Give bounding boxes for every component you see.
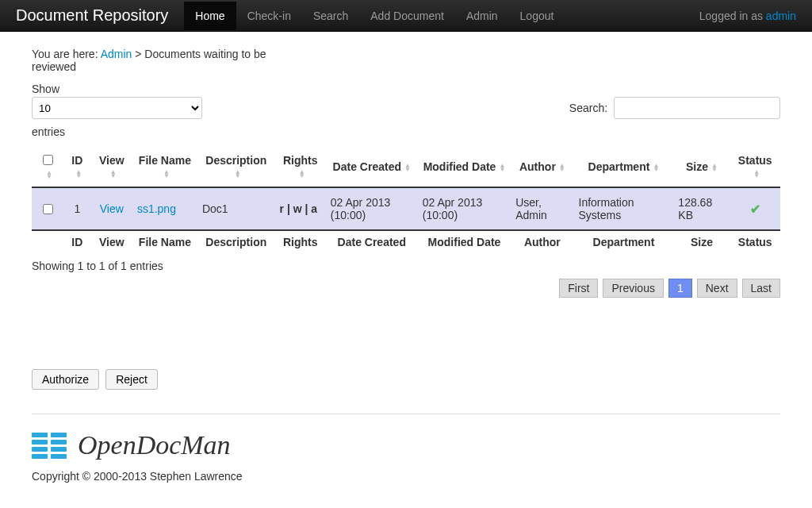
cell-modified-date: 02 Apr 2013 (10:00) [418, 187, 511, 230]
row-checkbox[interactable] [43, 204, 53, 214]
column-status[interactable]: Status▲▼ [730, 146, 780, 187]
search-box: Search: [569, 97, 780, 119]
footer-brand: OpenDocMan [78, 430, 231, 460]
column-description[interactable]: Description▲▼ [197, 146, 275, 187]
column-date-created[interactable]: Date Created [326, 230, 418, 255]
page-previous[interactable]: Previous [603, 279, 663, 298]
table-info: Showing 1 to 1 of 1 entries [32, 260, 780, 272]
page-next[interactable]: Next [697, 279, 737, 298]
column-date-created[interactable]: Date Created▲▼ [326, 146, 418, 187]
view-link[interactable]: View [100, 202, 124, 215]
column-view[interactable]: View [91, 230, 132, 255]
nav-item-add-document[interactable]: Add Document [359, 2, 455, 30]
column-size[interactable]: Size [673, 230, 730, 255]
book-icon [32, 433, 68, 459]
nav-item-home[interactable]: Home [184, 2, 236, 30]
entries-select[interactable]: 10 [32, 97, 202, 119]
sort-icon: ▲▼ [653, 164, 659, 171]
cell-description: Doc1 [197, 187, 275, 230]
cell-id: 1 [63, 187, 91, 230]
brand: Document Repository [16, 6, 168, 25]
footer-separator [32, 414, 780, 414]
file-name-link[interactable]: ss1.png [137, 202, 176, 215]
entries-label: entries [32, 125, 780, 138]
sort-icon: ▲▼ [404, 164, 411, 171]
column-description[interactable]: Description [197, 230, 275, 255]
page-last[interactable]: Last [742, 279, 780, 298]
action-buttons: Authorize Reject [32, 369, 780, 390]
sort-icon: ▲▼ [235, 170, 241, 178]
sort-icon: ▲▼ [110, 170, 117, 178]
column-id[interactable]: ID [63, 230, 91, 255]
column-modified-date[interactable]: Modified Date▲▼ [418, 146, 511, 187]
column-rights[interactable]: Rights▲▼ [275, 146, 326, 187]
breadcrumb-prefix: You are here: [32, 48, 101, 60]
nav-item-logout[interactable]: Logout [509, 2, 565, 30]
column-checkbox [32, 230, 63, 255]
copyright: Copyright © 2000-2013 Stephen Lawrence [32, 470, 780, 483]
nav-menu: HomeCheck-inSearchAdd DocumentAdminLogou… [184, 2, 699, 30]
check-icon: ✔ [750, 202, 760, 216]
column-rights[interactable]: Rights [275, 230, 326, 255]
column-checkbox: ▲▼ [32, 146, 63, 187]
show-label: Show [32, 83, 202, 95]
column-file-name[interactable]: File Name▲▼ [132, 146, 197, 187]
nav-item-admin[interactable]: Admin [455, 2, 509, 30]
documents-table: ▲▼ID▲▼View▲▼File Name▲▼Description▲▼Righ… [32, 146, 780, 255]
column-status[interactable]: Status [730, 230, 780, 255]
table-row: 1Viewss1.pngDoc1r | w | a02 Apr 2013 (10… [32, 187, 780, 230]
sort-icon: ▲▼ [711, 164, 718, 171]
cell-size: 128.68 KB [673, 187, 730, 230]
column-file-name[interactable]: File Name [132, 230, 197, 255]
sort-icon: ▲▼ [299, 170, 305, 178]
sort-icon: ▲▼ [499, 164, 505, 171]
cell-status: ✔ [730, 187, 780, 230]
sort-icon: ▲▼ [163, 170, 170, 178]
column-department[interactable]: Department▲▼ [574, 146, 674, 187]
authorize-button[interactable]: Authorize [32, 369, 99, 390]
page-first[interactable]: First [559, 279, 598, 298]
navbar: Document Repository HomeCheck-inSearchAd… [0, 0, 812, 32]
nav-item-search[interactable]: Search [302, 2, 359, 30]
login-prefix: Logged in as [699, 10, 766, 22]
column-author[interactable]: Author▲▼ [511, 146, 573, 187]
column-size[interactable]: Size▲▼ [673, 146, 730, 187]
footer-logo: OpenDocMan [32, 430, 780, 460]
cell-file-name: ss1.png [132, 187, 197, 230]
sort-icon: ▲▼ [753, 170, 760, 178]
cell-rights: r | w | a [275, 187, 326, 230]
reject-button[interactable]: Reject [105, 369, 158, 390]
page-1[interactable]: 1 [668, 279, 692, 298]
sort-icon: ▲▼ [559, 164, 565, 171]
cell-view: View [91, 187, 132, 230]
cell-author: User, Admin [511, 187, 573, 230]
column-view[interactable]: View▲▼ [91, 146, 132, 187]
nav-item-check-in[interactable]: Check-in [236, 2, 302, 30]
login-status: Logged in as admin [699, 10, 796, 22]
column-author[interactable]: Author [511, 230, 573, 255]
search-label: Search: [569, 102, 607, 114]
column-modified-date[interactable]: Modified Date [418, 230, 511, 255]
pagination: First Previous 1 Next Last [32, 279, 780, 298]
cell-checkbox [32, 187, 63, 230]
cell-department: Information Systems [574, 187, 674, 230]
sort-icon: ▲▼ [46, 171, 52, 179]
search-input[interactable] [614, 97, 780, 119]
breadcrumb: You are here: Admin > Documents waiting … [32, 48, 270, 73]
column-department[interactable]: Department [574, 230, 674, 255]
show-entries: Show 10 [32, 83, 202, 119]
cell-date-created: 02 Apr 2013 (10:00) [326, 187, 418, 230]
select-all-checkbox[interactable] [43, 155, 53, 165]
breadcrumb-admin-link[interactable]: Admin [101, 48, 132, 60]
login-user-link[interactable]: admin [766, 10, 796, 22]
column-id[interactable]: ID▲▼ [63, 146, 91, 187]
sort-icon: ▲▼ [75, 170, 82, 178]
